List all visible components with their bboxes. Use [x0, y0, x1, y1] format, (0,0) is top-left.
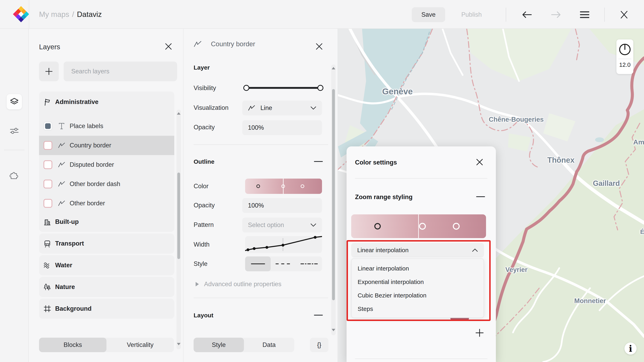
water-icon [44, 262, 51, 269]
map-label-gaillard: Gaillard [593, 179, 620, 188]
layer-row-other-border[interactable]: Other border [39, 194, 174, 213]
app-logo-icon[interactable] [8, 1, 34, 27]
width-curve-editor[interactable] [245, 236, 322, 253]
publish-button[interactable]: Publish [456, 7, 486, 22]
plus-icon [475, 329, 484, 337]
app-window: My maps / Dataviz Save Publish [0, 0, 644, 362]
map-label-veyrier: Veyrier [505, 266, 528, 274]
plugins-tool-button[interactable] [7, 167, 22, 182]
style-dashdot-option[interactable] [296, 256, 322, 271]
layer-group-built-up[interactable]: Built-up [39, 212, 174, 232]
building-icon [44, 218, 51, 226]
advanced-outline-toggle[interactable]: Advanced outline properties [196, 281, 281, 288]
option-cubic-bezier[interactable]: Cubic Bezier interpolation [352, 289, 484, 302]
puzzle-icon [10, 170, 19, 179]
lightning-icon [10, 59, 18, 67]
save-button[interactable]: Save [412, 7, 445, 22]
scroll-down-icon[interactable] [332, 329, 335, 331]
collapse-zoom-range-icon[interactable] [476, 196, 485, 197]
layers-tool-button[interactable] [7, 94, 22, 109]
style-solid-option[interactable] [245, 256, 271, 271]
opacity-label: Opacity [194, 124, 215, 131]
breadcrumb: My maps / Dataviz [39, 0, 102, 29]
detail-panel-close-icon[interactable] [315, 42, 324, 51]
width-label: Width [194, 241, 210, 248]
opacity-input[interactable]: 100% [242, 120, 322, 135]
trees-icon [44, 283, 51, 291]
color-gradient-bar[interactable] [245, 179, 322, 194]
other-border-dash-swatch[interactable] [44, 180, 52, 188]
search-placeholder: Search layers [71, 68, 110, 75]
style-dashed-option[interactable] [271, 256, 296, 271]
add-layer-button[interactable] [39, 61, 59, 81]
layers-panel-close-icon[interactable] [164, 42, 173, 51]
layer-group-transport[interactable]: Transport [39, 234, 174, 254]
visibility-slider[interactable] [243, 82, 324, 93]
zoom-range-heading: Zoom range styling [355, 193, 412, 201]
other-border-swatch[interactable] [44, 199, 52, 208]
undo-button[interactable] [520, 7, 534, 22]
zoom-indicator[interactable]: 12.0 [616, 39, 633, 74]
flag-icon [44, 98, 51, 106]
collapse-outline-icon[interactable] [314, 161, 323, 162]
pattern-select[interactable]: Select option [242, 218, 322, 233]
tab-verticality[interactable]: Verticality [106, 338, 174, 352]
chevron-up-icon [472, 248, 478, 252]
code-editor-button[interactable]: {} [310, 338, 328, 352]
disputed-border-swatch[interactable] [44, 160, 52, 169]
expand-arrow-icon [196, 282, 199, 286]
gradient-stop-1[interactable] [256, 184, 260, 188]
search-layers-input[interactable]: Search layers [64, 61, 177, 81]
gradient-stop-2[interactable] [281, 184, 285, 188]
scroll-up-icon[interactable] [177, 112, 180, 115]
actions-tool-button[interactable] [7, 55, 22, 71]
layer-group-nature[interactable]: Nature [39, 277, 174, 297]
layer-group-background[interactable]: Background [39, 299, 174, 319]
tab-blocks[interactable]: Blocks [39, 338, 106, 352]
zoom-gradient-stop-1[interactable] [374, 223, 381, 230]
scroll-down-icon[interactable] [177, 343, 180, 345]
layer-row-place-labels[interactable]: Place labels [39, 116, 174, 136]
color-settings-popup: Color settings Zoom range styling Linear… [346, 146, 496, 362]
section-outline: Outline [194, 158, 214, 165]
layer-row-other-border-dash[interactable]: Other border dash [39, 174, 174, 194]
filters-tool-button[interactable] [7, 123, 22, 138]
breadcrumb-parent[interactable]: My maps [39, 10, 69, 19]
zoom-gradient-stop-2[interactable] [419, 223, 426, 230]
divider [604, 8, 605, 22]
zoom-gradient-bar[interactable] [351, 214, 486, 238]
option-steps[interactable]: Steps [352, 302, 484, 316]
info-icon: i [629, 344, 632, 354]
visualization-select[interactable]: Line [242, 100, 322, 115]
gradient-stop-3[interactable] [301, 184, 304, 188]
option-exponential[interactable]: Exponential interpolation [352, 275, 484, 289]
add-stop-button[interactable] [473, 327, 486, 339]
tab-style[interactable]: Style [194, 338, 244, 352]
tab-data[interactable]: Data [244, 338, 294, 352]
info-button[interactable]: i [624, 343, 636, 355]
interpolation-select[interactable]: Linear interpolation [351, 243, 484, 257]
map-label-geneve: Genève [382, 87, 413, 96]
redo-button[interactable] [548, 7, 564, 22]
popup-close-icon[interactable] [475, 158, 484, 167]
map-label-thonex: Thônex [547, 156, 574, 164]
layers-scrollbar-thumb[interactable] [177, 173, 180, 259]
layers-bottom-tabs: Blocks Verticality [39, 338, 174, 352]
sliders-icon [10, 127, 19, 135]
close-window-icon[interactable] [617, 7, 632, 22]
zoom-gradient-stop-3[interactable] [453, 223, 460, 230]
layer-group-water[interactable]: Water [39, 255, 174, 275]
scroll-up-icon[interactable] [332, 67, 335, 69]
layer-row-country-border[interactable]: Country border [39, 136, 174, 155]
detail-scrollbar-thumb[interactable] [332, 89, 335, 300]
detail-bottom-tabs: Style Data [194, 338, 294, 352]
layer-row-disputed-border[interactable]: Disputed border [39, 155, 174, 174]
menu-icon[interactable] [577, 7, 592, 22]
outline-opacity-input[interactable]: 100% [242, 198, 322, 213]
country-border-swatch[interactable] [44, 141, 52, 150]
option-linear[interactable]: Linear interpolation [352, 262, 484, 275]
interpolation-menu: Linear interpolation Exponential interpo… [351, 258, 484, 318]
collapse-layout-icon[interactable] [314, 315, 323, 316]
group-header-administrative[interactable]: Administrative [39, 91, 174, 112]
place-labels-swatch[interactable] [44, 122, 52, 130]
